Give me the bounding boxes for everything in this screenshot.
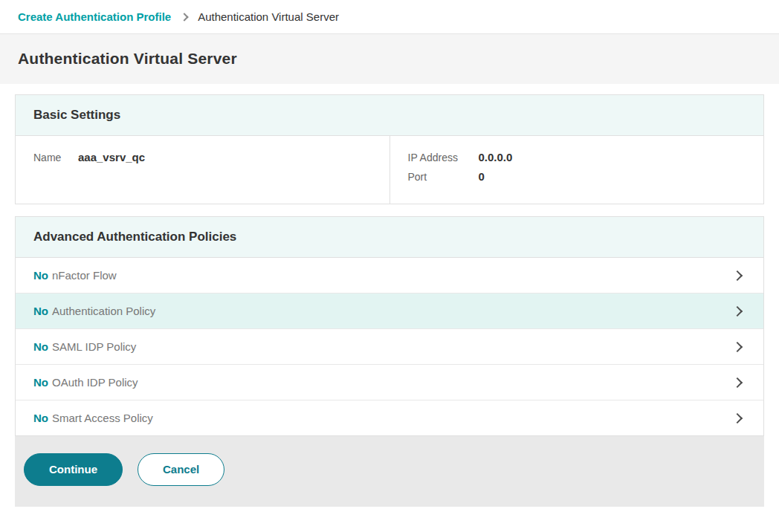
port-value: 0 (479, 170, 485, 183)
ip-address-value: 0.0.0.0 (479, 151, 513, 163)
breadcrumb: Create Authentication Profile Authentica… (0, 0, 779, 34)
chevron-right-icon (180, 13, 188, 21)
basic-settings-title: Basic Settings (33, 108, 746, 123)
name-value: aaa_vsrv_qc (78, 151, 145, 163)
breadcrumb-current-page: Authentication Virtual Server (198, 10, 339, 23)
policy-count: No (33, 305, 48, 317)
ip-address-label: IP Address (408, 152, 479, 163)
policy-label: OAuth IDP Policy (52, 376, 138, 389)
policy-row-text: NoOAuth IDP Policy (33, 376, 138, 389)
policy-count: No (33, 269, 48, 282)
policy-row-nfactor-flow[interactable]: NonFactor Flow (16, 258, 763, 293)
basic-settings-panel: Basic Settings Name aaa_vsrv_qc IP Addre… (15, 94, 764, 204)
policy-label: Authentication Policy (52, 305, 155, 317)
policy-row-oauth-idp-policy[interactable]: NoOAuth IDP Policy (16, 365, 763, 400)
chevron-right-icon (732, 270, 743, 280)
advanced-policies-header: Advanced Authentication Policies (16, 217, 763, 258)
name-field-row: Name aaa_vsrv_qc (33, 151, 372, 163)
policy-row-text: NoSmart Access Policy (33, 412, 153, 424)
basic-settings-right-column: IP Address 0.0.0.0 Port 0 (390, 136, 764, 204)
policy-row-text: NoSAML IDP Policy (33, 340, 136, 353)
policy-row-saml-idp-policy[interactable]: NoSAML IDP Policy (16, 329, 763, 365)
main-content: Basic Settings Name aaa_vsrv_qc IP Addre… (0, 84, 779, 436)
basic-settings-content: Name aaa_vsrv_qc IP Address 0.0.0.0 Port… (16, 136, 763, 204)
policy-label: SAML IDP Policy (52, 340, 136, 353)
chevron-right-icon (732, 377, 743, 387)
advanced-policies-panel: Advanced Authentication Policies NonFact… (15, 216, 764, 436)
page-title: Authentication Virtual Server (18, 50, 761, 68)
page-title-bar: Authentication Virtual Server (0, 34, 779, 84)
policy-row-text: NonFactor Flow (33, 269, 117, 282)
chevron-right-icon (732, 341, 743, 351)
ip-address-field-row: IP Address 0.0.0.0 (408, 151, 746, 163)
port-label: Port (408, 171, 479, 183)
cancel-button[interactable]: Cancel (138, 453, 224, 486)
basic-settings-header: Basic Settings (16, 95, 763, 136)
advanced-policies-title: Advanced Authentication Policies (33, 230, 746, 244)
continue-button[interactable]: Continue (24, 453, 123, 486)
policy-row-smart-access-policy[interactable]: NoSmart Access Policy (16, 400, 763, 435)
port-field-row: Port 0 (408, 170, 746, 183)
policy-count: No (33, 376, 48, 389)
chevron-right-icon (732, 412, 743, 423)
footer-action-bar: Continue Cancel (15, 436, 764, 507)
policy-row-text: NoAuthentication Policy (33, 305, 155, 317)
name-label: Name (33, 152, 78, 163)
chevron-right-icon (732, 305, 743, 316)
policy-count: No (33, 340, 48, 353)
policy-row-authentication-policy[interactable]: NoAuthentication Policy (16, 293, 763, 329)
basic-settings-left-column: Name aaa_vsrv_qc (16, 136, 390, 204)
policy-count: No (33, 412, 48, 424)
breadcrumb-link-create-authentication-profile[interactable]: Create Authentication Profile (18, 10, 171, 23)
policy-label: nFactor Flow (52, 269, 117, 282)
policy-label: Smart Access Policy (52, 412, 153, 424)
